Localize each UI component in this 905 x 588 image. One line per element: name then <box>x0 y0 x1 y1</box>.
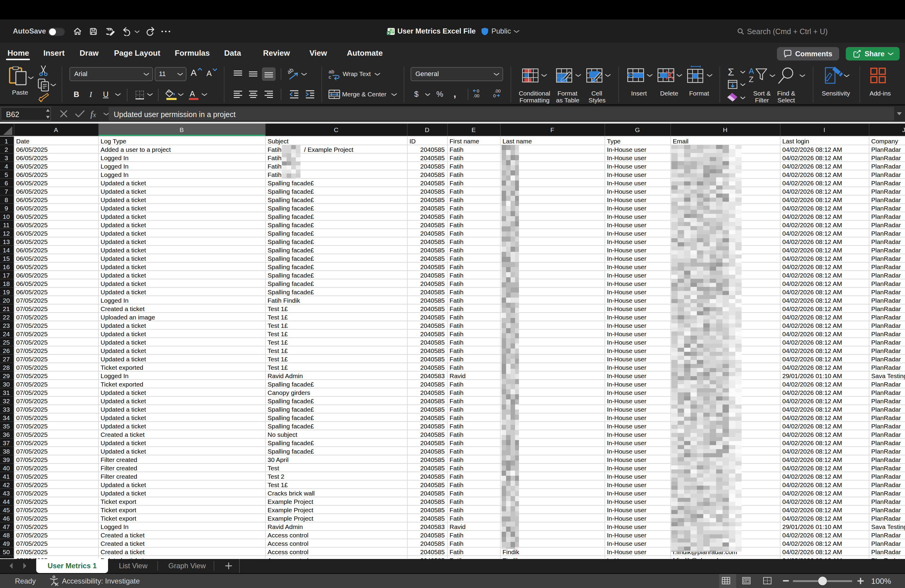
svg-text:A: A <box>749 67 754 75</box>
svg-text:Z: Z <box>749 75 754 84</box>
svg-text:ab: ab <box>288 68 294 75</box>
